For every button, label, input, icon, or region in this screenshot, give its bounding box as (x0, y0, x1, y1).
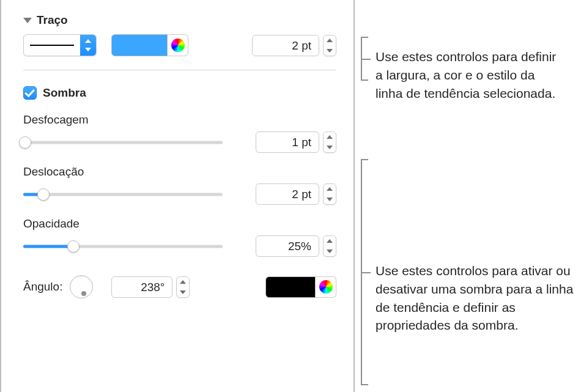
stroke-width-stepper[interactable] (323, 35, 336, 56)
stroke-color-control (111, 34, 188, 56)
shadow-checkbox-row: Sombra (23, 86, 336, 100)
line-style-preview (30, 45, 74, 46)
stroke-style-popup[interactable] (23, 34, 97, 56)
inspector-panel: Traço 2 pt Sombra Desfocagem (0, 0, 355, 392)
shadow-color-control (265, 276, 336, 298)
blur-slider[interactable] (23, 136, 223, 149)
angle-label: Ângulo: (23, 280, 62, 294)
stroke-width-field[interactable]: 2 pt (252, 35, 319, 56)
offset-slider[interactable] (23, 188, 223, 201)
offset-label: Deslocação (23, 165, 336, 179)
stroke-color-swatch[interactable] (111, 34, 168, 56)
offset-stepper[interactable] (323, 183, 336, 205)
shadow-callout-text: Use estes controlos para ativar ou desat… (376, 262, 577, 335)
color-wheel-icon (171, 39, 185, 52)
angle-stepper[interactable] (176, 276, 190, 298)
blur-label: Desfocagem (23, 113, 336, 127)
opacity-field[interactable]: 25% (256, 235, 319, 257)
popup-stepper-icon (80, 35, 96, 56)
angle-field[interactable]: 238° (111, 276, 172, 298)
color-wheel-icon (319, 280, 333, 294)
shadow-title: Sombra (43, 86, 86, 100)
blur-stepper[interactable] (323, 131, 336, 153)
offset-field[interactable]: 2 pt (256, 183, 319, 205)
angle-dial-indicator (81, 291, 86, 296)
shadow-callout-bracket (361, 159, 362, 385)
opacity-label: Opacidade (23, 217, 336, 231)
blur-block: Desfocagem 1 pt (23, 113, 336, 153)
stroke-callout-text: Use estes controlos para definir a largu… (376, 48, 565, 102)
blur-field[interactable]: 1 pt (256, 131, 319, 153)
opacity-block: Opacidade 25% (23, 217, 336, 257)
stroke-controls-row: 2 pt (23, 34, 336, 56)
stroke-title: Traço (37, 13, 68, 27)
shadow-color-picker-button[interactable] (316, 276, 336, 298)
stroke-section-header[interactable]: Traço (23, 13, 336, 27)
shadow-checkbox[interactable] (23, 86, 37, 100)
opacity-slider[interactable] (23, 240, 223, 253)
stroke-color-picker-button[interactable] (168, 34, 188, 56)
stroke-callout-bracket (361, 37, 362, 81)
shadow-color-swatch[interactable] (265, 276, 316, 298)
section-divider (23, 70, 336, 70)
chevron-down-icon (23, 18, 32, 23)
offset-block: Deslocação 2 pt (23, 165, 336, 205)
opacity-stepper[interactable] (323, 235, 336, 257)
angle-dial[interactable] (70, 275, 93, 298)
angle-row: Ângulo: 238° (23, 275, 336, 298)
